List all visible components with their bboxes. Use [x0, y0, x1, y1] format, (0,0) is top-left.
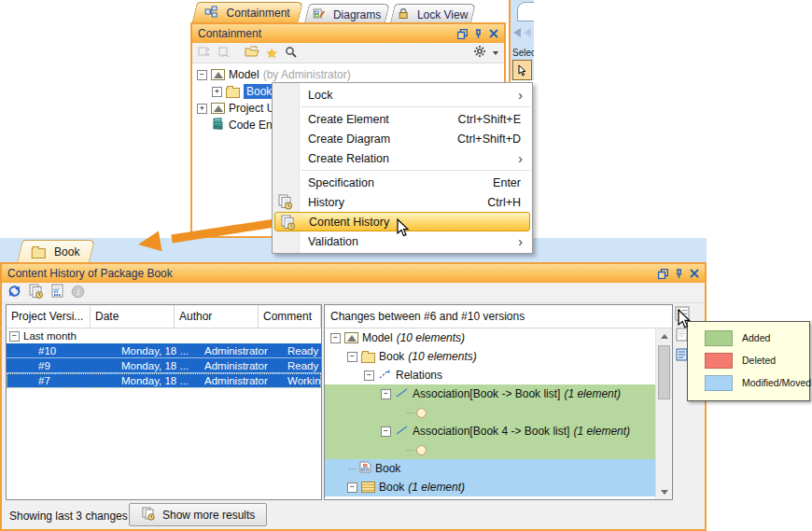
tab-lock-view[interactable]: Lock View — [390, 4, 476, 24]
float-icon[interactable] — [457, 29, 468, 39]
version-row[interactable]: #9 Monday, 18 ... Administrator Ready fo… — [7, 358, 321, 373]
content-history-title: Content History of Package Book — [7, 267, 658, 280]
model-icon — [211, 69, 225, 80]
options-gear-icon[interactable] — [473, 45, 486, 61]
relations-icon — [378, 369, 392, 383]
version-row[interactable]: #10 Monday, 18 ... Administrator Ready f… — [7, 343, 321, 358]
show-more-results-label: Show more results — [162, 509, 255, 522]
content-history-icon — [277, 194, 293, 213]
containment-icon — [205, 6, 218, 21]
collapse-expander-icon[interactable]: − — [347, 352, 357, 362]
modified-color-swatch — [705, 375, 733, 391]
collapse-expander-icon[interactable]: − — [347, 482, 357, 493]
change-node-property[interactable] — [325, 440, 672, 459]
expand-expander-icon[interactable]: + — [197, 104, 207, 114]
content-history-toolbar: W i — [2, 283, 705, 303]
added-color-swatch — [705, 330, 733, 346]
versions-table-header: Project Versi... Date Author Comment — [7, 305, 321, 328]
tab-diagrams[interactable]: Diagrams — [304, 4, 390, 24]
version-group-row[interactable]: −Last month — [7, 328, 321, 343]
collapse-expander-icon[interactable]: − — [9, 331, 20, 342]
model-icon — [211, 103, 225, 114]
column-header-date[interactable]: Date — [91, 305, 175, 328]
collapse-expander-icon[interactable]: − — [197, 70, 207, 80]
legend-row-modified: Modified/Moved — [688, 371, 809, 394]
options-caret-icon[interactable] — [493, 51, 498, 55]
containment-titlebar: Containment — [192, 24, 504, 43]
change-node-relations[interactable]: − Relations — [325, 366, 672, 384]
content-history-icon — [141, 507, 156, 524]
association-icon — [395, 387, 409, 401]
shortcut-label: Ctrl+Shift+E — [458, 113, 532, 126]
tab-containment-label: Containment — [227, 7, 290, 20]
pointer-tool-button[interactable] — [512, 60, 532, 80]
tab-diagrams-label: Diagrams — [333, 8, 381, 21]
collapse-expander-icon[interactable]: − — [381, 389, 391, 399]
shortcut-label: Ctrl+H — [487, 196, 532, 209]
lock-icon — [398, 7, 409, 21]
tree-node-model[interactable]: − Model (by Administrator) — [192, 66, 504, 83]
association-icon — [395, 425, 409, 439]
model-icon — [344, 332, 358, 343]
change-node-book-class[interactable]: − Book (1 element) — [325, 478, 672, 496]
menu-item-create-diagram[interactable]: Create Diagram Ctrl+Shift+D — [273, 129, 532, 148]
search-icon[interactable] — [285, 46, 297, 61]
pointer-tool-icon — [518, 64, 526, 77]
menu-item-specification[interactable]: Specification Enter — [273, 173, 532, 192]
diagram-window-edge: Select — [509, 0, 534, 82]
menu-item-lock[interactable]: Lock › — [273, 85, 532, 105]
changes-tree-pane: Changes between #6 and #10 versions − Mo… — [324, 304, 673, 500]
collapse-all-icon[interactable] — [198, 46, 212, 61]
change-node-association[interactable]: − Association[Book -> Book list] (1 elem… — [325, 384, 672, 403]
export-report-icon[interactable]: W — [50, 284, 64, 301]
open-project-icon[interactable] — [245, 46, 259, 60]
menu-item-create-element[interactable]: Create Element Ctrl+Shift+E — [273, 109, 532, 129]
legend-row-deleted: Deleted — [688, 349, 809, 371]
version-row[interactable]: #7 Monday, 18 ... Administrator Working … — [7, 373, 321, 388]
close-icon[interactable] — [690, 269, 699, 278]
change-node-book-diagram[interactable]: Book — [325, 459, 672, 478]
content-history-icon[interactable] — [28, 284, 44, 301]
scroll-up-icon[interactable] — [656, 328, 672, 343]
show-more-results-button[interactable]: Show more results — [129, 503, 267, 526]
collapse-expander-icon[interactable]: − — [330, 333, 341, 343]
close-icon[interactable] — [489, 29, 498, 38]
content-history-icon — [280, 215, 296, 233]
change-node-model[interactable]: − Model (10 elements) — [325, 328, 672, 347]
vertical-scrollbar[interactable] — [655, 328, 672, 499]
pin-icon[interactable] — [675, 269, 683, 279]
tab-book[interactable]: Book — [17, 240, 95, 263]
collapse-expander-icon[interactable]: − — [364, 370, 374, 381]
float-icon[interactable] — [658, 269, 668, 279]
class-icon — [361, 482, 375, 493]
collapse-expander-icon[interactable]: − — [381, 426, 391, 437]
change-node-property[interactable] — [325, 403, 672, 422]
package-folder-icon — [32, 248, 46, 259]
tree-node-model-suffix: (by Administrator) — [263, 68, 351, 81]
submenu-arrow-icon: › — [518, 151, 532, 166]
column-header-comment[interactable]: Comment — [259, 305, 321, 328]
scrollbar-thumb[interactable] — [658, 345, 670, 399]
legend-row-added: Added — [688, 327, 809, 349]
column-header-project-version[interactable]: Project Versi... — [7, 305, 91, 328]
tree-connector — [349, 468, 357, 469]
back-arrow-icon[interactable] — [513, 28, 531, 37]
refresh-icon[interactable] — [7, 285, 21, 300]
change-node-book[interactable]: − Book (10 elements) — [325, 347, 672, 366]
svg-text:W: W — [53, 287, 59, 294]
column-header-author[interactable]: Author — [175, 305, 259, 328]
favorites-star-icon[interactable]: ★ — [266, 48, 278, 59]
tab-containment[interactable]: Containment — [192, 2, 303, 22]
pin-icon[interactable] — [474, 29, 483, 39]
menu-separator — [301, 170, 530, 171]
collapse-selected-icon[interactable] — [218, 46, 232, 61]
select-label: Select — [512, 48, 534, 58]
scroll-down-icon[interactable] — [656, 484, 672, 499]
menu-item-create-relation[interactable]: Create Relation › — [273, 148, 532, 168]
menu-item-history[interactable]: History Ctrl+H — [273, 192, 532, 212]
info-icon[interactable]: i — [71, 285, 85, 301]
change-node-association[interactable]: − Association[Book 4 -> Book list] (1 el… — [325, 422, 672, 440]
expand-expander-icon[interactable]: + — [212, 87, 222, 97]
mouse-cursor — [397, 218, 411, 239]
diagram-tab-fragment — [517, 2, 534, 21]
